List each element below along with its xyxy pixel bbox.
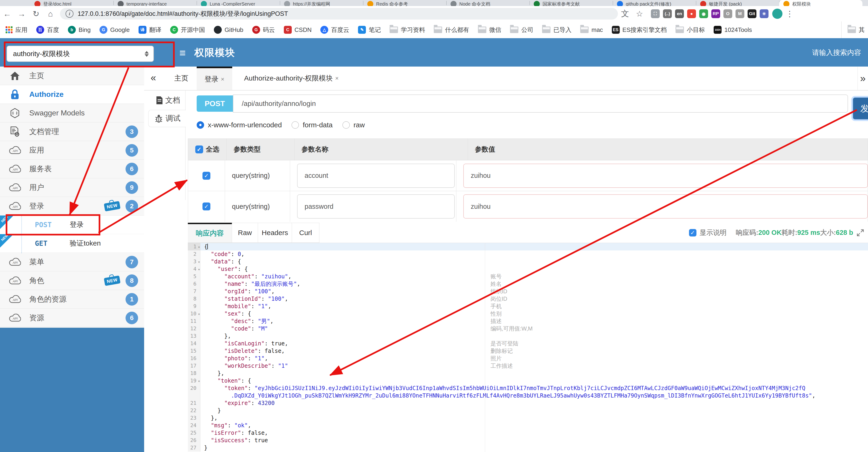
bookmark-item[interactable]: 公司	[510, 26, 533, 34]
bookmark-item[interactable]: bBing	[68, 26, 91, 34]
send-request-button[interactable]: 发	[852, 97, 868, 120]
sidebar-item-角色[interactable]: API角色NEW8	[0, 272, 144, 290]
globe-icon[interactable]: ◉	[699, 9, 708, 18]
sidebar-item-用户[interactable]: API用户9	[0, 178, 144, 197]
bookmark-favicon: G	[252, 26, 260, 34]
doc-tab-主页[interactable]: 主页	[166, 66, 196, 90]
bookmark-item[interactable]: ✎笔记	[358, 26, 381, 34]
header-search-input[interactable]: 请输入搜索内容	[812, 48, 861, 57]
browser-tab[interactable]: Redis 命令参考	[363, 0, 446, 6]
bookmark-item[interactable]: 10241024Tools	[714, 26, 752, 34]
browser-menu-icon[interactable]: ⋮	[782, 9, 797, 19]
radio-x-www-form-urlencoded[interactable]	[197, 121, 204, 129]
forward-icon[interactable]: →	[14, 9, 29, 19]
response-tab-响应内容[interactable]: 响应内容	[188, 223, 232, 243]
reload-icon[interactable]: ↻	[29, 9, 43, 19]
tab-document[interactable]: 文档	[151, 92, 186, 109]
page-info-icon[interactable]: i	[66, 10, 73, 18]
sidebar-item-Swagger Models[interactable]: Swagger Models	[0, 104, 144, 122]
translate-en-icon[interactable]: en	[675, 9, 684, 18]
more-tabs-icon[interactable]: »	[858, 66, 868, 90]
browser-tab[interactable]: Node 命令文档	[446, 0, 530, 6]
radio-raw[interactable]	[342, 121, 350, 129]
param-checkbox[interactable]: ✓	[203, 202, 210, 210]
back-icon[interactable]: ←	[0, 9, 14, 19]
sidebar-item-角色的资源[interactable]: API角色的资源1	[0, 290, 144, 309]
bookmark-item[interactable]: △百度云	[320, 26, 349, 34]
param-value-input[interactable]: zuihou	[463, 194, 868, 219]
bookmark-item[interactable]: 学习资料	[390, 26, 425, 34]
api-path-input[interactable]: /api/authority/anno/login	[233, 94, 848, 113]
bookmark-item[interactable]: GitHub	[214, 26, 243, 34]
bookmark-item[interactable]: 已导入	[542, 26, 571, 34]
profile-avatar[interactable]	[772, 9, 782, 19]
close-icon[interactable]: ×	[335, 75, 339, 82]
bookmark-star-icon[interactable]: ☆	[632, 9, 647, 19]
browser-tab[interactable]: temporary-interface	[114, 0, 197, 6]
collapse-sidebar-icon[interactable]: «	[151, 72, 156, 83]
browser-tab[interactable]: 敏捷开发 (pack)	[696, 0, 779, 6]
gitzip-icon[interactable]: Git	[748, 9, 756, 18]
bookmark-item[interactable]: 什么都有	[434, 26, 469, 34]
fold-caret-icon[interactable]: ▾	[196, 379, 200, 383]
bookmark-item[interactable]: C开源中国	[170, 26, 205, 34]
close-icon[interactable]: ×	[221, 76, 224, 83]
doc-tab-Authorize-authority-权限模块[interactable]: Authorize-authority-权限模块×	[236, 66, 347, 90]
browser-tab[interactable]: 登录/doc.html	[30, 0, 114, 6]
browser-tab[interactable]: 权限模块	[779, 0, 862, 6]
bookmark-item[interactable]: G码云	[252, 26, 275, 34]
response-tab-Raw[interactable]: Raw	[232, 223, 258, 243]
translate-icon[interactable]: 文	[618, 8, 632, 19]
param-value-input[interactable]: zuihou	[463, 164, 868, 188]
shield-icon[interactable]: M	[736, 9, 744, 18]
radio-form-data[interactable]	[291, 121, 299, 129]
response-tab-Curl[interactable]: Curl	[292, 223, 319, 243]
module-select[interactable]: authority-权限模块	[6, 46, 154, 62]
sidebar-item-应用[interactable]: API应用5	[0, 141, 144, 160]
bookmark-item[interactable]: 译翻译	[138, 26, 161, 34]
fold-caret-icon[interactable]: ▾	[196, 312, 200, 316]
fullscreen-icon[interactable]	[857, 229, 864, 237]
pinwheel-icon[interactable]: ✳	[760, 9, 769, 18]
browser-tab[interactable]: https://并发编程网	[280, 0, 363, 6]
bookmark-item[interactable]: mac	[580, 26, 603, 33]
show-desc-checkbox[interactable]: ✓	[689, 229, 696, 236]
bookmark-item[interactable]: 百百度	[36, 26, 59, 34]
select-all-checkbox[interactable]: ✓	[195, 145, 203, 153]
bookmarks-overflow-folder[interactable]: 其	[841, 21, 865, 38]
bookmark-item[interactable]: 微信	[478, 26, 501, 34]
param-name-input[interactable]: password	[297, 194, 455, 219]
fold-caret-icon[interactable]: ▾	[196, 260, 200, 264]
hamburger-icon[interactable]: ≡	[180, 47, 186, 59]
bookmark-item[interactable]: CCSDN	[284, 26, 312, 34]
param-name-input[interactable]: account	[297, 164, 455, 188]
doc-tab-登录[interactable]: 登录×	[197, 66, 232, 90]
bookmark-item[interactable]: GGoogle	[99, 26, 130, 34]
sidebar-item-登录[interactable]: API登录NEW2	[0, 197, 144, 216]
browser-tab[interactable]: 国家标准参考文献	[530, 0, 613, 6]
address-bar[interactable]: i 127.0.0.1:8760/api/gate/doc.html#/auth…	[60, 8, 618, 20]
screenshot-icon[interactable]: ⛶	[651, 9, 660, 18]
browser-tab[interactable]: Luna -CompilerServer	[197, 0, 280, 6]
sidebar-item-主页[interactable]: 主页	[0, 66, 144, 85]
notes-ext-icon[interactable]: (..)	[663, 9, 672, 18]
fold-caret-icon[interactable]: ▾	[196, 245, 200, 249]
home-icon[interactable]: ⌂	[43, 9, 58, 19]
bookmark-item[interactable]: ESES搜索引擎文档	[612, 26, 667, 34]
sidebar-item-菜单[interactable]: API菜单7	[0, 253, 144, 272]
rp-ext-icon[interactable]: RP	[711, 9, 720, 18]
bookmark-item[interactable]: 小目标	[676, 26, 705, 34]
sidebar-item-文档管理[interactable]: 文档管理3	[0, 122, 144, 141]
sidebar-item-资源[interactable]: API资源6	[0, 309, 144, 327]
chrome-icon[interactable]: ●	[687, 9, 696, 18]
fold-caret-icon[interactable]: ▾	[196, 267, 200, 272]
gray-circle-icon[interactable]: O	[723, 9, 732, 18]
bookmark-item[interactable]: 应用	[6, 26, 27, 34]
sidebar-item-Authorize[interactable]: Authorize	[0, 85, 144, 104]
param-checkbox[interactable]: ✓	[203, 172, 210, 180]
browser-tab[interactable]: github pack文件(修改)	[613, 0, 696, 6]
response-body-editor[interactable]: 1▾{2 "code": 0,3▾ "data": {4▾ "user": {5…	[188, 243, 868, 452]
response-tab-Headers[interactable]: Headers	[258, 223, 292, 243]
sidebar-item-服务表[interactable]: API服务表6	[0, 160, 144, 178]
tab-debug[interactable]: 调试	[148, 110, 186, 127]
